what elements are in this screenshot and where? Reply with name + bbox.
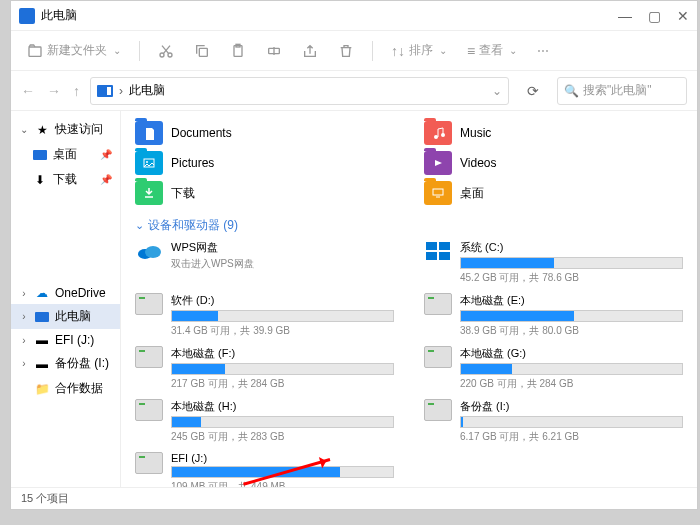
drive-item[interactable]: WPS网盘双击进入WPS网盘 (135, 240, 394, 285)
sidebar-desktop[interactable]: 桌面 📌 (11, 142, 120, 167)
folder-name: Music (460, 126, 491, 140)
back-button[interactable]: ← (21, 83, 35, 99)
search-input[interactable]: 🔍 搜索"此电脑" (557, 77, 687, 105)
sidebar-label: EFI (J:) (55, 333, 94, 347)
copy-button[interactable] (188, 39, 216, 63)
sort-label: 排序 (409, 42, 433, 59)
drive-icon (424, 399, 452, 421)
drive-name: 本地磁盘 (H:) (171, 399, 394, 414)
capacity-bar (460, 310, 683, 322)
drive-free-text: 245 GB 可用，共 283 GB (171, 430, 394, 444)
folder-pics[interactable]: Pictures (135, 151, 394, 175)
svg-point-7 (434, 135, 438, 139)
drive-free-text: 45.2 GB 可用，共 78.6 GB (460, 271, 683, 285)
sort-icon: ↑↓ (391, 43, 405, 59)
drive-name: WPS网盘 (171, 240, 394, 255)
more-button[interactable]: ⋯ (531, 40, 555, 62)
new-folder-label: 新建文件夹 (47, 42, 107, 59)
new-folder-button[interactable]: 新建文件夹 (21, 38, 127, 63)
paste-icon (230, 43, 246, 59)
content-pane: DocumentsMusicPicturesVideos下载桌面 设备和驱动器 … (121, 111, 697, 487)
capacity-bar (171, 363, 394, 375)
wps-icon (135, 240, 163, 262)
devices-section-header[interactable]: 设备和驱动器 (9) (135, 217, 683, 234)
folder-name: 下载 (171, 185, 195, 202)
drive-item[interactable]: 软件 (D:)31.4 GB 可用，共 39.9 GB (135, 293, 394, 338)
sidebar-downloads[interactable]: ⬇ 下载 📌 (11, 167, 120, 192)
capacity-bar (171, 416, 394, 428)
drive-icon (135, 293, 163, 315)
svg-rect-0 (29, 47, 41, 56)
drive-icon (424, 293, 452, 315)
folder-name: Videos (460, 156, 496, 170)
statusbar: 15 个项目 (11, 487, 697, 509)
item-count: 15 个项目 (21, 491, 69, 506)
windows-icon (424, 240, 452, 262)
chevron-down-icon[interactable]: ⌄ (492, 84, 502, 98)
folder-icon (424, 181, 452, 205)
folder-music[interactable]: Music (424, 121, 683, 145)
view-button[interactable]: ≡ 查看 (461, 38, 523, 63)
search-icon: 🔍 (564, 84, 579, 98)
drive-item[interactable]: 本地磁盘 (F:)217 GB 可用，共 284 GB (135, 346, 394, 391)
drive-icon (424, 346, 452, 368)
sort-button[interactable]: ↑↓ 排序 (385, 38, 453, 63)
drive-item[interactable]: 系统 (C:)45.2 GB 可用，共 78.6 GB (424, 240, 683, 285)
delete-button[interactable] (332, 39, 360, 63)
drive-name: 软件 (D:) (171, 293, 394, 308)
share-icon (302, 43, 318, 59)
sidebar-label: 合作数据 (55, 380, 103, 397)
cloud-icon: ☁ (35, 286, 49, 300)
maximize-button[interactable]: ▢ (648, 8, 661, 24)
folder-docs[interactable]: Documents (135, 121, 394, 145)
folder-dl[interactable]: 下载 (135, 181, 394, 205)
separator (139, 41, 140, 61)
close-button[interactable]: ✕ (677, 8, 689, 24)
drive-item[interactable]: 本地磁盘 (E:)38.9 GB 可用，共 80.0 GB (424, 293, 683, 338)
minimize-button[interactable]: — (618, 8, 632, 24)
sidebar-label: 备份盘 (I:) (55, 355, 109, 372)
drive-item[interactable]: 本地磁盘 (G:)220 GB 可用，共 284 GB (424, 346, 683, 391)
svg-point-8 (441, 133, 445, 137)
sidebar-label: 快速访问 (55, 121, 103, 138)
folder-desk[interactable]: 桌面 (424, 181, 683, 205)
drive-free-text: 109 MB 可用，共 449 MB (171, 480, 394, 487)
sidebar-backup[interactable]: › ▬ 备份盘 (I:) (11, 351, 120, 376)
sidebar-efi[interactable]: › ▬ EFI (J:) (11, 329, 120, 351)
drive-subtext: 双击进入WPS网盘 (171, 257, 394, 271)
paste-button[interactable] (224, 39, 252, 63)
sidebar-onedrive[interactable]: › ☁ OneDrive (11, 282, 120, 304)
drive-item[interactable]: EFI (J:)109 MB 可用，共 449 MB (135, 452, 394, 487)
cut-button[interactable] (152, 39, 180, 63)
sidebar-label: 此电脑 (55, 308, 91, 325)
folder-name: Documents (171, 126, 232, 140)
app-icon (19, 8, 35, 24)
sidebar-label: 下载 (53, 171, 77, 188)
sidebar-this-pc[interactable]: › 此电脑 (11, 304, 120, 329)
forward-button[interactable]: → (47, 83, 61, 99)
section-label: 设备和驱动器 (9) (148, 217, 238, 234)
rename-button[interactable] (260, 39, 288, 63)
breadcrumb-path: 此电脑 (129, 82, 165, 99)
drive-name: 系统 (C:) (460, 240, 683, 255)
trash-icon (338, 43, 354, 59)
copy-icon (194, 43, 210, 59)
share-button[interactable] (296, 39, 324, 63)
folder-name: 桌面 (460, 185, 484, 202)
capacity-bar (171, 310, 394, 322)
folder-vids[interactable]: Videos (424, 151, 683, 175)
star-icon: ★ (35, 123, 49, 137)
drive-free-text: 31.4 GB 可用，共 39.9 GB (171, 324, 394, 338)
desktop-icon (33, 150, 47, 160)
sidebar: ⌄ ★ 快速访问 桌面 📌 ⬇ 下载 📌 › ☁ OneDrive › (11, 111, 121, 487)
up-button[interactable]: ↑ (73, 83, 80, 99)
separator (372, 41, 373, 61)
sidebar-coop[interactable]: 📁 合作数据 (11, 376, 120, 401)
address-bar[interactable]: › 此电脑 ⌄ (90, 77, 509, 105)
download-icon: ⬇ (33, 173, 47, 187)
drive-item[interactable]: 本地磁盘 (H:)245 GB 可用，共 283 GB (135, 399, 394, 444)
sidebar-quick-access[interactable]: ⌄ ★ 快速访问 (11, 117, 120, 142)
drive-free-text: 6.17 GB 可用，共 6.21 GB (460, 430, 683, 444)
drive-item[interactable]: 备份盘 (I:)6.17 GB 可用，共 6.21 GB (424, 399, 683, 444)
refresh-button[interactable]: ⟳ (519, 83, 547, 99)
